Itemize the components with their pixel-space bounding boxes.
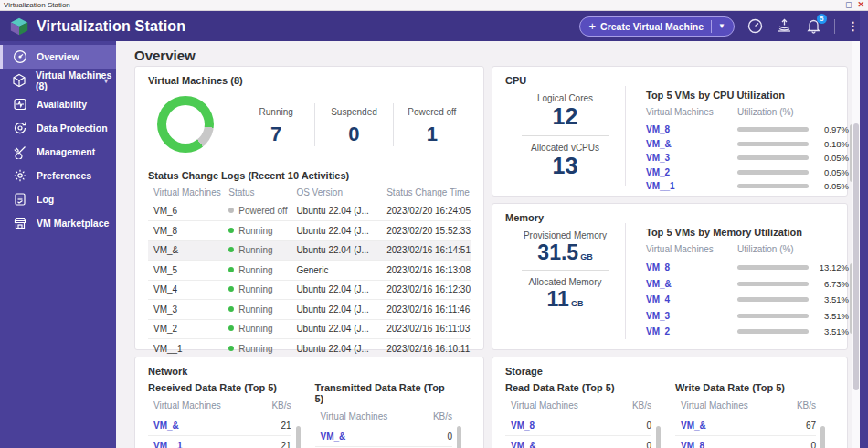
utilization-bar [737, 127, 809, 132]
app-logo-icon [9, 16, 29, 37]
import-vm-icon[interactable] [776, 17, 793, 35]
vm-link[interactable]: VM_8 [646, 262, 737, 272]
utilization-bar [737, 155, 809, 160]
cpu-card-title: CPU [505, 75, 834, 86]
vm-link[interactable]: VM__1 [153, 441, 245, 448]
list-item: VM_& 0.18% [646, 137, 849, 152]
scrollbar[interactable] [296, 426, 301, 448]
list-item: VM_& 21 [148, 416, 291, 436]
sidebar-item-overview[interactable]: Overview [0, 45, 116, 69]
allocated-memory-label: Allocated Memory [528, 277, 601, 287]
utilization-bar [737, 329, 809, 334]
vm-link[interactable]: VM_& [681, 421, 772, 431]
list-item: VM_8 0 [505, 416, 651, 436]
chevron-down-icon[interactable]: ▾ [104, 77, 108, 85]
status-dot-running [228, 346, 234, 351]
divider [522, 270, 609, 271]
table-row[interactable]: VM_4 Running Ubuntu 22.04 (J... 2023/02/… [148, 280, 471, 300]
allocated-vcpus-label: Allocated vCPUs [531, 143, 599, 153]
chevron-down-icon[interactable]: ▼ [718, 22, 725, 30]
scrollbar-thumb[interactable] [853, 123, 859, 390]
stat-value: 7 [238, 123, 314, 146]
table-row[interactable]: VM_3 Running Ubuntu 22.04 (J... 2023/02/… [148, 300, 471, 320]
divider [522, 135, 609, 136]
data-protection-icon [12, 121, 27, 136]
vm-link[interactable]: VM_& [646, 139, 737, 149]
button-divider [711, 20, 712, 33]
network-card-title: Network [148, 366, 471, 377]
table-row[interactable]: VM_8 Running Ubuntu 22.04 (J... 2023/02/… [148, 221, 471, 241]
header-divider [834, 19, 835, 34]
preferences-icon [12, 168, 27, 184]
utilization-bar [737, 142, 809, 146]
notifications-icon[interactable]: 5 [805, 17, 822, 35]
vm-link[interactable]: VM_2 [646, 326, 737, 336]
vm-link[interactable]: VM_& [511, 441, 602, 448]
availability-icon [12, 97, 27, 112]
sidebar-item-label: Data Protection [37, 123, 108, 133]
stat-value: 1 [394, 123, 471, 146]
column-header: KB/s [797, 400, 816, 411]
logical-cores-value: 12 [553, 103, 578, 130]
allocated-vcpus-value: 13 [553, 153, 578, 179]
status-logs-table: Virtual Machines Status OS Version Statu… [148, 183, 471, 359]
minimize-icon[interactable]: — [831, 1, 840, 9]
table-row[interactable]: VM__1 Running Ubuntu 22.04 (J... 2023/02… [148, 339, 471, 359]
vm-link[interactable]: VM_& [321, 432, 412, 442]
vm-link[interactable]: VM__1 [646, 181, 737, 191]
main-scrollbar[interactable] [852, 41, 860, 448]
utilization-bar [737, 184, 809, 188]
memory-top5-list: Top 5 VMs by Memory Utilization Virtual … [626, 223, 849, 339]
more-options-icon[interactable]: ⋮ [847, 19, 859, 33]
list-item: VM_8 13.12% [646, 260, 849, 276]
vm-link[interactable]: VM_& [153, 421, 245, 431]
column-header: KB/s [433, 411, 452, 421]
list-item: VM__1 21 [148, 436, 291, 448]
sidebar-item-availability[interactable]: Availability [0, 92, 116, 116]
table-row[interactable]: VM_& Running Ubuntu 22.04 (J... 2023/02/… [148, 240, 471, 261]
sidebar-item-vm-marketplace[interactable]: VM Marketplace [0, 211, 116, 235]
sidebar-item-virtual-machines[interactable]: Virtual Machines (8) ▾ [0, 69, 116, 92]
sidebar-item-label: Management [37, 146, 95, 157]
vm-link[interactable]: VM_8 [511, 421, 602, 431]
vm-link[interactable]: VM_8 [681, 441, 772, 448]
vm-status-donut-chart [157, 96, 214, 153]
column-header: OS Version [296, 183, 386, 201]
sidebar-item-preferences[interactable]: Preferences [0, 164, 116, 187]
sidebar-item-log[interactable]: Log [0, 187, 116, 211]
scrollbar[interactable] [820, 426, 825, 448]
scrollbar[interactable] [656, 426, 661, 448]
stat-label: Powered off [394, 107, 471, 117]
vm-link[interactable]: VM_& [646, 279, 737, 289]
table-row[interactable]: VM_2 Running Ubuntu 22.04 (J... 2023/02/… [148, 319, 471, 339]
vm-link[interactable]: VM_8 [646, 124, 737, 134]
background-tasks-icon[interactable] [746, 17, 764, 35]
maximize-icon[interactable]: ◻ [845, 1, 852, 9]
scrollbar[interactable] [457, 426, 461, 448]
sidebar-item-management[interactable]: Management [0, 140, 116, 164]
stat-running: Running 7 [238, 103, 314, 146]
close-icon[interactable]: ✕ [857, 1, 864, 9]
list-item: VM_2 3.51% [646, 324, 849, 340]
vm-link[interactable]: VM_3 [646, 311, 737, 321]
list-item: VM_3 3.51% [646, 308, 849, 325]
status-dot-running [228, 286, 234, 292]
list-item: VM_8 0.97% [646, 123, 849, 137]
create-virtual-machine-button[interactable]: + Create Virtual Machine ▼ [579, 16, 735, 37]
table-row[interactable]: VM_6 Powered off Ubuntu 22.04 (J... 2023… [148, 201, 471, 221]
vm-link[interactable]: VM_2 [646, 167, 737, 177]
vm-link[interactable]: VM_3 [646, 153, 737, 163]
sidebar: Overview Virtual Machines (8) ▾ Availabi… [0, 41, 116, 448]
page-title: Overview [134, 48, 196, 63]
status-dot-running [228, 247, 234, 252]
sidebar-item-data-protection[interactable]: Data Protection [0, 116, 116, 140]
write-title: Write Data Rate (Top 5) [675, 382, 816, 393]
logical-cores-label: Logical Cores [537, 93, 593, 103]
list-item: VM_4 3.51% [646, 292, 849, 308]
virtual-machines-icon [12, 73, 26, 89]
vm-link[interactable]: VM_4 [646, 294, 737, 304]
sidebar-item-label: Overview [37, 51, 79, 62]
sidebar-item-label: Preferences [37, 170, 91, 181]
table-row[interactable]: VM_5 Running Generic 2023/02/16 16:13:08 [148, 261, 471, 281]
sidebar-item-label: Log [37, 194, 54, 205]
